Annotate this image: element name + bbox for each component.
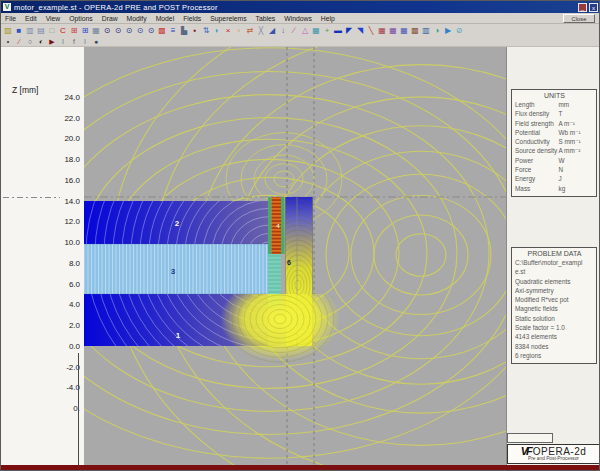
window-title: motor_example.st - OPERA-2d PRE and POST… [14, 3, 218, 12]
menu-superelems[interactable]: Superelems [210, 15, 246, 22]
save-icon[interactable]: ■ [14, 26, 24, 36]
red-slash-icon[interactable]: ╲ [366, 26, 376, 36]
wedge-left-icon[interactable]: ◤ [344, 26, 354, 36]
region-label-2: 2 [175, 219, 180, 228]
menu-bar: FileEditViewOptionsDrawModifyModelFields… [1, 13, 600, 24]
swap-icon[interactable]: ⇄ [245, 26, 255, 36]
menu-model[interactable]: Model [156, 15, 175, 22]
z-tick-0.: 0. [40, 404, 80, 413]
ibeam-right-icon[interactable]: I [80, 37, 90, 47]
chart-icon[interactable]: ▙ [179, 26, 189, 36]
palette-icon[interactable]: ▩ [157, 26, 167, 36]
zoom-box-icon[interactable]: ⊙ [135, 26, 145, 36]
line-icon[interactable]: ∕ [14, 37, 24, 47]
wedge-right-icon[interactable]: ◥ [355, 26, 365, 36]
axis-margin: Z [mm] 24.022.020.018.016.014.012.010.08… [1, 47, 84, 465]
region-c-icon[interactable]: ▦ [399, 26, 409, 36]
play-icon[interactable]: ▶ [443, 26, 453, 36]
region-a-icon[interactable]: ▦ [377, 26, 387, 36]
delete-icon[interactable]: × [223, 26, 233, 36]
open-file-icon[interactable]: ▨ [3, 26, 13, 36]
toolbar-draw: •∕○◐▶IfI● [1, 37, 600, 47]
menu-options[interactable]: Options [69, 15, 92, 22]
grid-blue-icon[interactable]: ⊞ [80, 26, 90, 36]
units-title: UNITS [515, 92, 594, 99]
app-icon[interactable]: V [3, 3, 11, 11]
refresh-icon[interactable]: C [58, 26, 68, 36]
menu-file[interactable]: File [5, 15, 16, 22]
region-e-icon[interactable]: ▥ [421, 26, 431, 36]
half-circle-icon[interactable]: ◑ [432, 26, 442, 36]
menu-help[interactable]: Help [321, 15, 335, 22]
region-b-icon[interactable]: ▦ [388, 26, 398, 36]
menu-close-button[interactable]: Close [563, 14, 595, 23]
close-button[interactable]: x [589, 3, 598, 12]
problem-data-line: e.st [515, 267, 594, 276]
grid-red-icon[interactable]: ⊞ [69, 26, 79, 36]
function-icon[interactable]: f [69, 37, 79, 47]
dot-icon[interactable]: ● [91, 37, 101, 47]
units-row: ForceN [515, 165, 594, 174]
problem-data-line: Quadratic elements [515, 277, 594, 286]
units-row: Field strengthA m⁻¹ [515, 119, 594, 128]
z-tick-24.0: 24.0 [40, 93, 80, 102]
add-icon[interactable]: + [322, 26, 332, 36]
axis-line [78, 353, 79, 465]
run-icon[interactable]: ▶ [47, 37, 57, 47]
menu-view[interactable]: View [46, 15, 61, 22]
title-bar[interactable]: V motor_example.st - OPERA-2d PRE and PO… [1, 1, 600, 13]
region-label-3: 3 [171, 267, 176, 276]
bottom-edge-bar [1, 465, 600, 471]
dark-box-icon[interactable]: ▪ [190, 26, 200, 36]
node-icon[interactable]: ▫ [234, 26, 244, 36]
problem-data-line: 6 regions [515, 351, 594, 360]
problem-data-box: PROBLEM DATA C:\Buffer\motor_example.stQ… [511, 247, 597, 364]
problem-data-line: Axi-symmetry [515, 286, 594, 295]
minimize-button[interactable]: _ [578, 3, 587, 12]
opera-logo: VF OPERA-2d Pre and Post-Processor [507, 444, 600, 464]
bars-icon[interactable]: ≡ [168, 26, 178, 36]
slash-circle-icon[interactable]: ⊘ [454, 26, 464, 36]
region-d-icon[interactable]: ▩ [410, 26, 420, 36]
symmetry-dash-line [3, 197, 60, 198]
updown-icon[interactable]: ⇅ [201, 26, 211, 36]
z-tick-16.0: 16.0 [40, 176, 80, 185]
zoom-full-icon[interactable]: ⊙ [102, 26, 112, 36]
ibeam-left-icon[interactable]: I [58, 37, 68, 47]
menu-fields[interactable]: Fields [183, 15, 201, 22]
circle-icon[interactable]: ○ [25, 37, 35, 47]
print-icon[interactable]: □ [47, 26, 57, 36]
bold-bar-icon[interactable]: ▬ [333, 26, 343, 36]
zoom-prev-icon[interactable]: ⊙ [146, 26, 156, 36]
wing-icon[interactable]: ◗ [212, 26, 222, 36]
window-grid-icon[interactable]: ▦ [91, 26, 101, 36]
problem-data-line: 8384 nodes [515, 342, 594, 351]
copy-icon[interactable]: ▥ [25, 26, 35, 36]
mesh-icon[interactable]: ▦ [311, 26, 321, 36]
half-dot-icon[interactable]: ◐ [36, 37, 46, 47]
menu-modify[interactable]: Modify [127, 15, 147, 22]
model-viewport[interactable]: 23146 [84, 47, 506, 465]
info-panel: UNITS LengthmmFlux densityTField strengt… [506, 47, 600, 465]
units-row: PotentialWb m⁻¹ [515, 128, 594, 137]
toolbar-main: ▨■▥▤□C⊞⊞▦⊙⊙⊙⊙⊙▩≡▙▪⇅◗×▫⇄╳◢↓∕△▦+▬◤◥╲▦▦▦▩▥◑… [1, 25, 600, 37]
z-tick-8.0: 8.0 [40, 259, 80, 268]
corner-icon[interactable]: ◢ [267, 26, 277, 36]
paste-icon[interactable]: ▤ [36, 26, 46, 36]
region-3-magnet[interactable] [84, 244, 269, 294]
pen-icon[interactable]: ∕ [289, 26, 299, 36]
z-tick-18.0: 18.0 [40, 155, 80, 164]
coil-flank-right [281, 197, 285, 254]
menu-draw[interactable]: Draw [102, 15, 118, 22]
problem-data-title: PROBLEM DATA [515, 250, 594, 257]
triangle-icon[interactable]: △ [300, 26, 310, 36]
menu-edit[interactable]: Edit [25, 15, 37, 22]
cut-icon[interactable]: ╳ [256, 26, 266, 36]
zoom-out-icon[interactable]: ⊙ [124, 26, 134, 36]
zoom-in-icon[interactable]: ⊙ [113, 26, 123, 36]
menu-windows[interactable]: Windows [284, 15, 312, 22]
window-buttons: _x [578, 3, 600, 12]
drop-icon[interactable]: ↓ [278, 26, 288, 36]
menu-tables[interactable]: Tables [256, 15, 276, 22]
point-icon[interactable]: • [3, 37, 13, 47]
